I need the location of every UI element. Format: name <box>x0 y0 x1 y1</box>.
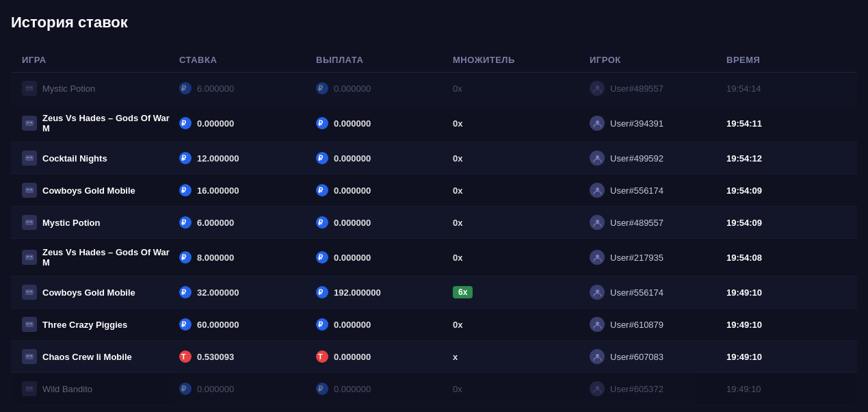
svg-text:₽: ₽ <box>181 320 187 329</box>
bet-cell: ₽ 60.000000 <box>179 318 316 331</box>
col-time: Время <box>726 55 822 65</box>
svg-rect-42 <box>25 322 34 327</box>
player-cell: User#217935 <box>590 250 726 265</box>
currency-icon: ₽ <box>316 216 328 229</box>
avatar <box>590 116 605 131</box>
svg-point-23 <box>596 188 599 191</box>
svg-rect-26 <box>30 221 32 222</box>
svg-point-59 <box>596 386 599 389</box>
bet-cell: ₽ 32.000000 <box>179 286 316 298</box>
player-name: User#499592 <box>610 153 663 164</box>
page-title: История ставок <box>11 14 857 31</box>
multiplier-value: 0x <box>453 118 462 129</box>
table-row[interactable]: Cowboys Gold Mobile ₽ 16.000000 ₽ 0.0000… <box>11 175 857 207</box>
player-name: User#607083 <box>610 352 663 362</box>
avatar <box>590 151 605 166</box>
currency-icon: ₽ <box>316 286 328 298</box>
table-row[interactable]: Mystic Potion ₽ 6.000000 ₽ 0.000000 0x U… <box>11 207 857 239</box>
svg-text:₽: ₽ <box>318 253 324 261</box>
player-name: User#556174 <box>610 287 663 298</box>
multiplier-cell: x <box>453 352 590 362</box>
currency-icon: ₽ <box>316 117 328 129</box>
time-cell: 19:54:08 <box>726 253 822 263</box>
svg-rect-30 <box>25 255 34 260</box>
currency-icon: ₽ <box>179 286 192 298</box>
player-name: User#610879 <box>610 320 663 330</box>
svg-rect-44 <box>30 323 32 324</box>
multiplier-cell: 0x <box>453 153 590 164</box>
svg-rect-20 <box>30 189 32 190</box>
table-row[interactable]: Three Crazy Piggies ₽ 60.000000 ₽ 0.0000… <box>11 309 857 341</box>
svg-text:₽: ₽ <box>318 84 324 92</box>
time-cell: 19:49:10 <box>726 384 822 394</box>
svg-rect-24 <box>25 220 34 225</box>
game-name: Wild Bandito <box>42 384 92 394</box>
time-value: 19:54:09 <box>726 218 762 228</box>
svg-rect-0 <box>25 86 34 91</box>
game-icon <box>22 250 37 265</box>
svg-point-41 <box>596 289 599 293</box>
svg-rect-31 <box>27 256 29 257</box>
game-name: Cowboys Gold Mobile <box>42 185 135 196</box>
avatar <box>590 81 605 96</box>
player-name: User#217935 <box>610 253 663 263</box>
bet-amount: 6.000000 <box>197 83 234 94</box>
currency-icon: ₽ <box>316 152 328 164</box>
svg-point-5 <box>596 86 599 89</box>
bet-cell: ₽ 16.000000 <box>179 184 316 196</box>
payout-amount: 0.000000 <box>334 118 371 129</box>
svg-text:₽: ₽ <box>181 119 187 127</box>
time-cell: 19:54:12 <box>726 153 822 164</box>
table-row[interactable]: Wild Bandito ₽ 0.000000 ₽ 0.000000 0x Us… <box>11 373 857 405</box>
svg-text:₽: ₽ <box>318 385 324 393</box>
player-cell: User#556174 <box>590 183 726 198</box>
col-multiplier: Множитель <box>453 55 590 65</box>
game-icon <box>22 116 37 131</box>
game-name: Chaos Crew Ii Mobile <box>42 352 132 362</box>
table-row[interactable]: Zeus Vs Hades – Gods Of War M ₽ 8.000000… <box>11 239 857 276</box>
time-cell: 19:49:10 <box>726 287 822 298</box>
avatar <box>590 349 605 364</box>
payout-amount: 0.000000 <box>334 352 371 362</box>
svg-text:₽: ₽ <box>181 154 187 162</box>
player-name: User#394391 <box>610 118 663 129</box>
payout-amount: 0.000000 <box>334 153 371 164</box>
bets-history-table: Игра Ставка Выплата Множитель Игрок Врем… <box>11 48 857 405</box>
game-cell: Zeus Vs Hades – Gods Of War M <box>22 247 179 268</box>
svg-rect-36 <box>25 289 34 295</box>
table-row[interactable]: Cowboys Gold Mobile ₽ 32.000000 ₽ 192.00… <box>11 276 857 309</box>
game-icon <box>22 183 37 198</box>
game-cell: Mystic Potion <box>22 215 179 230</box>
time-value: 19:54:08 <box>726 253 762 263</box>
table-row[interactable]: Mystic Potion ₽ 6.000000 ₽ 0.000000 0x U… <box>11 73 857 105</box>
bet-cell: T 0.530093 <box>179 350 316 363</box>
currency-icon: ₽ <box>179 152 192 164</box>
time-value: 19:49:10 <box>726 352 762 362</box>
time-value: 19:54:11 <box>726 118 762 129</box>
game-name: Mystic Potion <box>42 83 95 94</box>
payout-cell: ₽ 0.000000 <box>316 117 453 129</box>
svg-text:₽: ₽ <box>318 218 324 227</box>
svg-rect-2 <box>30 87 32 88</box>
currency-icon: T <box>179 350 192 363</box>
svg-text:₽: ₽ <box>181 84 187 92</box>
table-row[interactable]: Zeus Vs Hades – Gods Of War M ₽ 0.000000… <box>11 105 857 142</box>
avatar <box>590 381 605 396</box>
table-row[interactable]: Chaos Crew Ii Mobile T 0.530093 T 0.0000… <box>11 341 857 373</box>
payout-cell: ₽ 0.000000 <box>316 216 453 229</box>
game-icon <box>22 317 37 332</box>
table-row[interactable]: Cocktail Nights ₽ 12.000000 ₽ 0.000000 0… <box>11 142 857 175</box>
currency-icon: ₽ <box>179 383 192 395</box>
svg-text:₽: ₽ <box>318 119 324 127</box>
currency-icon: ₽ <box>179 216 192 229</box>
game-name: Cowboys Gold Mobile <box>42 287 135 298</box>
payout-cell: ₽ 0.000000 <box>316 82 453 94</box>
time-cell: 19:54:09 <box>726 185 822 196</box>
payout-cell: ₽ 0.000000 <box>316 383 453 395</box>
player-cell: User#610879 <box>590 317 726 332</box>
svg-point-47 <box>596 322 599 325</box>
multiplier-value: 0x <box>453 83 462 94</box>
multiplier-value: 0x <box>453 384 462 394</box>
game-icon <box>22 381 37 396</box>
time-value: 19:54:14 <box>726 83 761 94</box>
